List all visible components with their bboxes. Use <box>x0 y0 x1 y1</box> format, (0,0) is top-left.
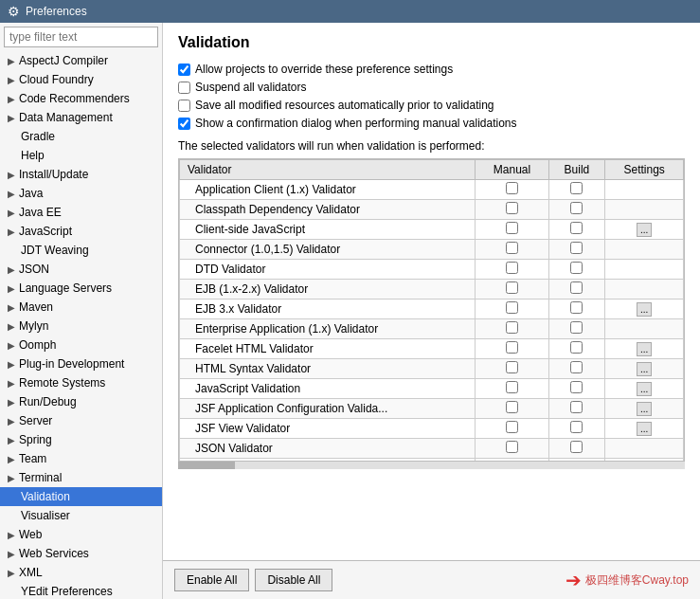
validator-build-checkbox[interactable] <box>548 200 605 220</box>
validator-build-checkbox[interactable] <box>548 220 605 240</box>
checkbox-0[interactable] <box>178 64 190 76</box>
validator-build-checkbox[interactable] <box>548 260 605 280</box>
validator-build-checkbox[interactable] <box>548 180 605 200</box>
validator-settings-cell <box>605 280 684 300</box>
sidebar-item-web-services[interactable]: ▶Web Services <box>0 544 162 563</box>
title-bar: ⚙ Preferences <box>0 0 700 23</box>
validator-settings-cell: ... <box>605 300 684 319</box>
sidebar-item-validation[interactable]: Validation <box>0 487 162 506</box>
sidebar-item-label: Terminal <box>19 471 62 484</box>
sidebar-item-rundebug[interactable]: ▶Run/Debug <box>0 392 162 411</box>
validator-manual-checkbox[interactable] <box>476 300 548 319</box>
sidebar-item-label: Java EE <box>19 206 62 219</box>
sidebar-item-remote-systems[interactable]: ▶Remote Systems <box>0 373 162 392</box>
main-container: ▶AspectJ Compiler▶Cloud Foundry▶Code Rec… <box>0 23 700 599</box>
th-settings: Settings <box>605 160 684 180</box>
sidebar-item-gradle[interactable]: Gradle <box>0 127 162 146</box>
sidebar-item-java[interactable]: ▶Java <box>0 184 162 203</box>
validator-build-checkbox[interactable] <box>548 359 605 379</box>
validator-build-checkbox[interactable] <box>548 280 605 300</box>
table-row: JSF View Validator... <box>180 419 684 439</box>
sidebar-item-label: JavaScript <box>19 225 72 238</box>
sidebar-item-label: Run/Debug <box>19 395 77 408</box>
checkbox-3[interactable] <box>178 118 190 130</box>
table-row: HTML Syntax Validator... <box>180 359 684 379</box>
validator-name: EJB (1.x-2.x) Validator <box>180 280 476 300</box>
settings-button[interactable]: ... <box>637 342 652 356</box>
sidebar-item-spring[interactable]: ▶Spring <box>0 430 162 449</box>
validator-manual-checkbox[interactable] <box>476 260 548 280</box>
sidebar-item-oomph[interactable]: ▶Oomph <box>0 336 162 354</box>
sidebar-item-language-servers[interactable]: ▶Language Servers <box>0 279 162 298</box>
settings-button[interactable]: ... <box>637 382 652 396</box>
scroll-bar[interactable] <box>178 462 685 469</box>
validator-settings-cell: ... <box>605 359 684 379</box>
validator-build-checkbox[interactable] <box>548 300 605 319</box>
table-row: EJB (1.x-2.x) Validator <box>180 280 684 300</box>
sidebar-item-visualiser[interactable]: Visualiser <box>0 506 162 525</box>
validator-manual-checkbox[interactable] <box>476 180 548 200</box>
sidebar-item-web[interactable]: ▶Web <box>0 525 162 544</box>
settings-button[interactable]: ... <box>637 422 652 436</box>
sidebar-item-help[interactable]: Help <box>0 146 162 165</box>
validator-manual-checkbox[interactable] <box>476 319 548 339</box>
validator-manual-checkbox[interactable] <box>476 379 548 399</box>
sidebar-item-server[interactable]: ▶Server <box>0 411 162 430</box>
validator-manual-checkbox[interactable] <box>476 200 548 220</box>
validator-build-checkbox[interactable] <box>548 319 605 339</box>
sidebar-item-installupdate[interactable]: ▶Install/Update <box>0 165 162 184</box>
validator-manual-checkbox[interactable] <box>476 280 548 300</box>
sidebar-item-data-management[interactable]: ▶Data Management <box>0 108 162 127</box>
validator-manual-checkbox[interactable] <box>476 220 548 240</box>
sidebar-item-label: Java <box>19 187 43 200</box>
validator-manual-checkbox[interactable] <box>476 419 548 439</box>
validator-manual-checkbox[interactable] <box>476 439 548 459</box>
sidebar-item-yedit-preferences[interactable]: YEdit Preferences <box>0 582 162 599</box>
validator-build-checkbox[interactable] <box>548 439 605 459</box>
sidebar-item-label: Validation <box>21 490 70 503</box>
table-row: DTD Validator <box>180 260 684 280</box>
disable-all-button[interactable]: Disable All <box>255 569 332 591</box>
expand-arrow-icon: ▶ <box>8 170 15 180</box>
settings-button[interactable]: ... <box>637 362 652 376</box>
sidebar-item-label: Data Management <box>19 111 113 124</box>
settings-button[interactable]: ... <box>637 302 652 317</box>
validator-build-checkbox[interactable] <box>548 399 605 419</box>
validator-name: Facelet HTML Validator <box>180 339 476 359</box>
sidebar-item-code-recommenders[interactable]: ▶Code Recommenders <box>0 89 162 108</box>
checkbox-1[interactable] <box>178 82 190 94</box>
settings-button[interactable]: ... <box>637 402 652 416</box>
sidebar-item-jdt-weaving[interactable]: JDT Weaving <box>0 241 162 260</box>
expand-arrow-icon: ▶ <box>8 113 15 123</box>
sidebar-item-java-ee[interactable]: ▶Java EE <box>0 203 162 222</box>
validator-build-checkbox[interactable] <box>548 419 605 439</box>
validator-settings-cell <box>605 200 684 220</box>
th-manual: Manual <box>476 160 548 180</box>
table-row: EJB 3.x Validator... <box>180 300 684 319</box>
validator-manual-checkbox[interactable] <box>476 240 548 260</box>
enable-all-button[interactable]: Enable All <box>174 569 249 591</box>
sidebar-item-cloud-foundry[interactable]: ▶Cloud Foundry <box>0 70 162 89</box>
checkbox-2[interactable] <box>178 100 190 112</box>
validator-build-checkbox[interactable] <box>548 240 605 260</box>
validator-build-checkbox[interactable] <box>548 339 605 359</box>
sidebar-item-json[interactable]: ▶JSON <box>0 260 162 279</box>
validator-manual-checkbox[interactable] <box>476 399 548 419</box>
expand-arrow-icon: ▶ <box>8 549 15 559</box>
sidebar-item-plug-in-development[interactable]: ▶Plug-in Development <box>0 354 162 373</box>
expand-arrow-icon: ▶ <box>8 321 15 332</box>
filter-input[interactable] <box>4 27 158 47</box>
validator-manual-checkbox[interactable] <box>476 359 548 379</box>
sidebar-item-aspectj-compiler[interactable]: ▶AspectJ Compiler <box>0 51 162 70</box>
validator-build-checkbox[interactable] <box>548 379 605 399</box>
sidebar-item-label: Language Servers <box>19 281 112 295</box>
sidebar-item-xml[interactable]: ▶XML <box>0 563 162 582</box>
sidebar-item-maven[interactable]: ▶Maven <box>0 298 162 317</box>
sidebar-item-javascript[interactable]: ▶JavaScript <box>0 222 162 241</box>
sidebar-item-mylyn[interactable]: ▶Mylyn <box>0 317 162 336</box>
settings-button[interactable]: ... <box>637 223 652 237</box>
sidebar-item-terminal[interactable]: ▶Terminal <box>0 468 162 487</box>
validator-manual-checkbox[interactable] <box>476 339 548 359</box>
sidebar-item-team[interactable]: ▶Team <box>0 449 162 468</box>
sidebar: ▶AspectJ Compiler▶Cloud Foundry▶Code Rec… <box>0 23 163 599</box>
